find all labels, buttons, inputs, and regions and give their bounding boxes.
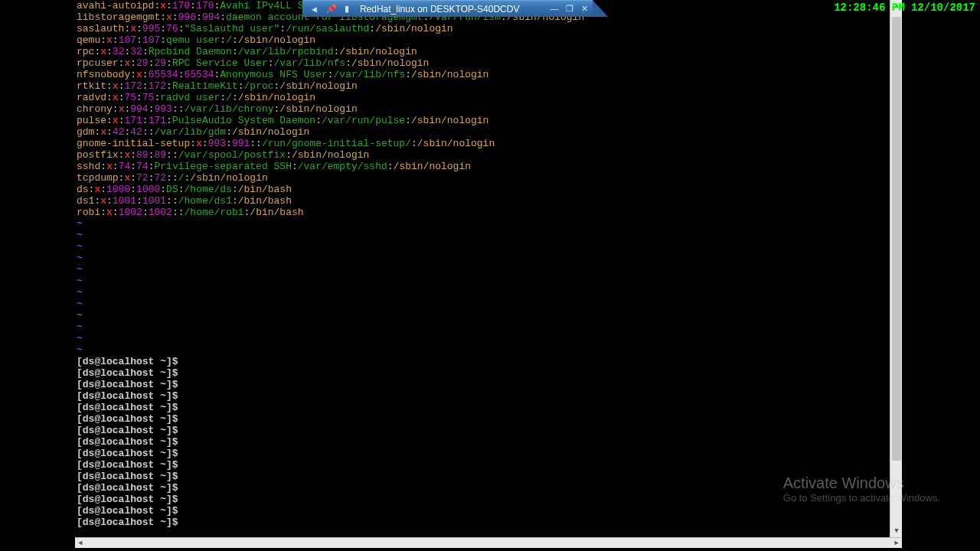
passwd-entry: radvd:x:75:75:radvd user:/:/sbin/nologin xyxy=(77,92,899,103)
minimize-button[interactable]: — xyxy=(550,4,558,14)
horizontal-scrollbar[interactable]: ◄ ► xyxy=(75,537,902,548)
passwd-entry: sshd:x:74:74:Privilege-separated SSH:/va… xyxy=(77,161,899,172)
passwd-entry: gnome-initial-setup:x:993:991::/run/gnom… xyxy=(77,138,899,149)
shell-prompt: [ds@localhost ~]$ xyxy=(77,482,899,494)
watermark-subtitle: Go to Settings to activate Windows. xyxy=(783,492,940,504)
empty-line-tilde: ~ xyxy=(77,264,899,276)
empty-line-tilde: ~ xyxy=(77,298,899,310)
empty-line-tilde: ~ xyxy=(77,344,899,356)
terminal-window[interactable]: avahi-autoipd:x:170:170:Avahi IPv4LL Sta… xyxy=(75,0,902,537)
shell-prompt: [ds@localhost ~]$ xyxy=(77,459,899,471)
shell-prompt: [ds@localhost ~]$ xyxy=(77,413,899,425)
shell-prompt: [ds@localhost ~]$ xyxy=(77,379,899,390)
passwd-entry: rpc:x:32:32:Rpcbind Daemon:/var/lib/rpcb… xyxy=(77,46,899,57)
vertical-scrollbar[interactable]: ▲ ▼ xyxy=(890,0,902,537)
shell-prompt: [ds@localhost ~]$ xyxy=(77,367,899,379)
empty-line-tilde: ~ xyxy=(77,230,899,241)
shell-prompt: [ds@localhost ~]$ xyxy=(77,505,899,517)
scroll-right-arrow[interactable]: ► xyxy=(891,538,902,549)
passwd-entry: nfsnobody:x:65534:65534:Anonymous NFS Us… xyxy=(77,69,899,80)
terminal-content[interactable]: avahi-autoipd:x:170:170:Avahi IPv4LL Sta… xyxy=(75,0,902,528)
passwd-entry: pulse:x:171:171:PulseAudio System Daemon… xyxy=(77,115,899,126)
shell-prompt: [ds@localhost ~]$ xyxy=(77,356,899,367)
shell-prompt: [ds@localhost ~]$ xyxy=(77,448,899,459)
scroll-left-arrow[interactable]: ◄ xyxy=(75,538,86,549)
passwd-entry: postfix:x:89:89::/var/spool/postfix:/sbi… xyxy=(77,149,899,161)
signal-icon: ▮ xyxy=(345,4,349,14)
watermark-title: Activate Windows xyxy=(783,474,940,492)
scroll-thumb-vertical[interactable] xyxy=(892,17,901,461)
empty-line-tilde: ~ xyxy=(77,333,899,344)
maximize-button[interactable]: ❐ xyxy=(566,4,573,14)
empty-line-tilde: ~ xyxy=(77,218,899,230)
passwd-entry: ds1:x:1001:1001::/home/ds1:/bin/bash xyxy=(77,195,899,207)
passwd-entry: gdm:x:42:42::/var/lib/gdm:/sbin/nologin xyxy=(77,126,899,138)
passwd-entry: rpcuser:x:29:29:RPC Service User:/var/li… xyxy=(77,57,899,69)
shell-prompt: [ds@localhost ~]$ xyxy=(77,471,899,482)
empty-line-tilde: ~ xyxy=(77,321,899,333)
empty-line-tilde: ~ xyxy=(77,253,899,264)
pin-icon[interactable]: 📌 xyxy=(326,4,337,14)
shell-prompt[interactable]: [ds@localhost ~]$ xyxy=(77,517,899,528)
vm-tab-title: RedHat_linux on DESKTOP-S40DCDV xyxy=(360,4,520,15)
shell-prompt: [ds@localhost ~]$ xyxy=(77,390,899,402)
scroll-down-arrow[interactable]: ▼ xyxy=(890,525,903,537)
passwd-entry: robi:x:1002:1002::/home/robi:/bin/bash xyxy=(77,207,899,218)
shell-prompt: [ds@localhost ~]$ xyxy=(77,436,899,448)
vm-tab-body[interactable]: ◄ 📌 ▮ RedHat_linux on DESKTOP-S40DCDV — … xyxy=(302,0,593,17)
empty-line-tilde: ~ xyxy=(77,287,899,298)
passwd-entry: tcpdump:x:72:72::/:/sbin/nologin xyxy=(77,172,899,184)
passwd-entry: ds:x:1000:1000:DS:/home/ds:/bin/bash xyxy=(77,184,899,195)
passwd-entry: qemu:x:107:107:qemu user:/:/sbin/nologin xyxy=(77,34,899,46)
empty-line-tilde: ~ xyxy=(77,241,899,253)
activate-windows-watermark: Activate Windows Go to Settings to activ… xyxy=(783,474,940,504)
shell-prompt: [ds@localhost ~]$ xyxy=(77,402,899,413)
passwd-entry: rtkit:x:172:172:RealtimeKit:/proc:/sbin/… xyxy=(77,80,899,92)
back-icon[interactable]: ◄ xyxy=(310,5,318,14)
passwd-entry: saslauth:x:995:76:"Saslauthd user":/run/… xyxy=(77,23,899,34)
passwd-entry: chrony:x:994:993::/var/lib/chrony:/sbin/… xyxy=(77,103,899,115)
tab-wedge xyxy=(593,0,608,17)
desktop-clock: 12:28:46 PM 12/10/2017 xyxy=(834,2,975,14)
empty-line-tilde: ~ xyxy=(77,276,899,287)
empty-line-tilde: ~ xyxy=(77,310,899,321)
close-button[interactable]: ✕ xyxy=(581,4,588,14)
vm-connection-tab: ◄ 📌 ▮ RedHat_linux on DESKTOP-S40DCDV — … xyxy=(302,0,608,17)
shell-prompt: [ds@localhost ~]$ xyxy=(77,425,899,436)
shell-prompt: [ds@localhost ~]$ xyxy=(77,494,899,505)
